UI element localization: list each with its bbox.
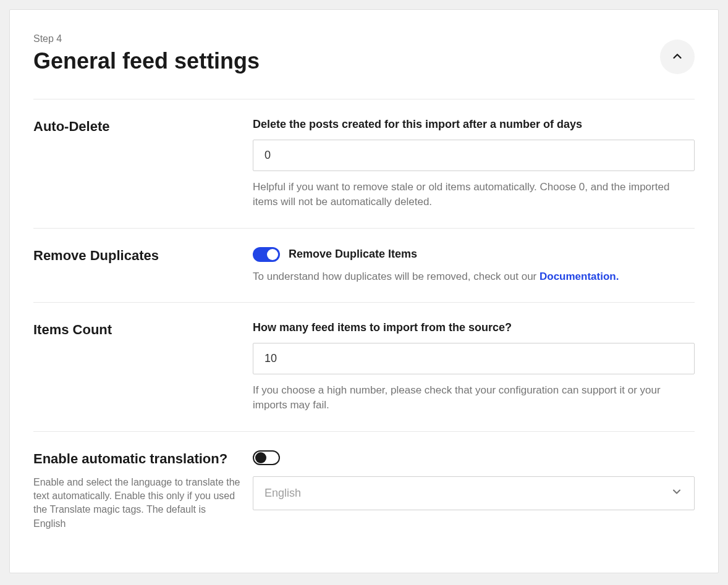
header-text-group: Step 4 General feed settings: [33, 33, 260, 74]
setting-label: Enable automatic translation?: [33, 450, 240, 468]
documentation-link[interactable]: Documentation.: [540, 271, 619, 282]
field-label: How many feed items to import from the s…: [253, 321, 695, 334]
setting-label-col: Items Count: [33, 321, 253, 413]
settings-card: Step 4 General feed settings Auto-Delete…: [9, 9, 719, 573]
field-label: Delete the posts created for this import…: [253, 118, 695, 131]
setting-label: Remove Duplicates: [33, 247, 240, 265]
toggle-knob: [267, 249, 278, 260]
help-text: To understand how duplicates will be rem…: [253, 269, 695, 284]
step-label: Step 4: [33, 33, 260, 44]
help-text: If you choose a high number, please chec…: [253, 383, 695, 413]
setting-remove-duplicates: Remove Duplicates Remove Duplicate Items…: [33, 229, 695, 303]
remove-duplicates-toggle[interactable]: [253, 247, 280, 262]
collapse-button[interactable]: [660, 40, 695, 74]
setting-auto-translate: Enable automatic translation? Enable and…: [33, 432, 695, 549]
setting-label-col: Enable automatic translation? Enable and…: [33, 450, 253, 531]
card-header: Step 4 General feed settings: [33, 33, 695, 74]
auto-translate-toggle[interactable]: [253, 450, 280, 465]
toggle-label: Remove Duplicate Items: [289, 248, 417, 261]
setting-label: Items Count: [33, 321, 240, 339]
items-count-input[interactable]: [253, 343, 695, 374]
chevron-up-icon: [671, 49, 684, 65]
language-select-wrap: English: [253, 476, 695, 510]
setting-control-col: Remove Duplicate Items To understand how…: [253, 247, 695, 284]
select-value: English: [265, 487, 301, 500]
help-text-prefix: To understand how duplicates will be rem…: [253, 271, 540, 282]
setting-items-count: Items Count How many feed items to impor…: [33, 303, 695, 431]
help-text: Helpful if you want to remove stale or o…: [253, 180, 695, 209]
page-title: General feed settings: [33, 48, 260, 74]
toggle-row: Remove Duplicate Items: [253, 247, 695, 262]
language-select[interactable]: English: [253, 476, 695, 510]
setting-sublabel: Enable and select the language to transl…: [33, 476, 240, 531]
chevron-down-icon: [671, 486, 683, 501]
toggle-knob: [255, 452, 266, 463]
setting-control-col: Delete the posts created for this import…: [253, 118, 695, 209]
auto-delete-input[interactable]: [253, 140, 695, 171]
setting-control-col: How many feed items to import from the s…: [253, 321, 695, 413]
setting-label: Auto-Delete: [33, 118, 240, 136]
setting-label-col: Remove Duplicates: [33, 247, 253, 284]
setting-auto-delete: Auto-Delete Delete the posts created for…: [33, 99, 695, 228]
setting-label-col: Auto-Delete: [33, 118, 253, 209]
setting-control-col: English: [253, 450, 695, 531]
